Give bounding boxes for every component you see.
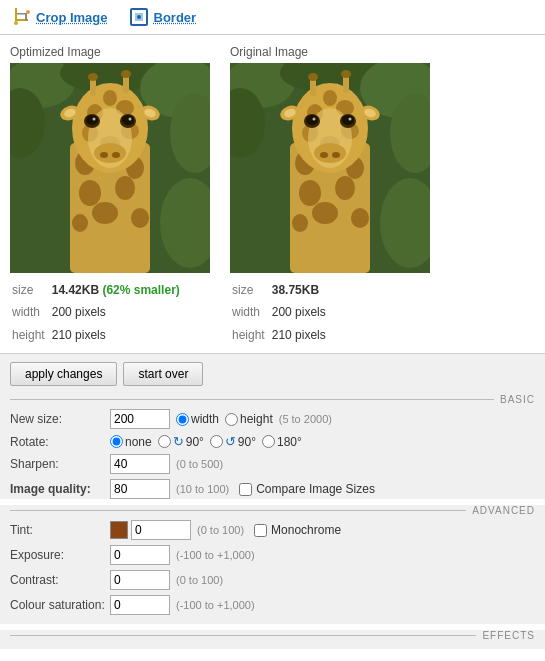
tint-row: Tint: (0 to 100) Monochrome <box>10 520 535 540</box>
orig-height-label: height <box>232 325 270 345</box>
svg-point-39 <box>86 115 98 125</box>
border-label: Border <box>154 10 197 25</box>
svg-point-87 <box>320 152 328 158</box>
orig-size-value: 38.75KB <box>272 283 319 297</box>
svg-rect-3 <box>17 13 27 15</box>
svg-point-8 <box>137 15 141 19</box>
size-hint: (5 to 2000) <box>279 413 332 425</box>
svg-point-81 <box>306 115 318 125</box>
contrast-input[interactable] <box>110 570 170 590</box>
rotate-ccw-label[interactable]: ↺ 90° <box>210 434 256 449</box>
opt-size-label: size <box>12 280 50 300</box>
orig-size-label: size <box>232 280 270 300</box>
new-size-input[interactable] <box>110 409 170 429</box>
opt-width-label: width <box>12 302 50 322</box>
svg-point-44 <box>94 143 126 163</box>
advanced-divider: ADVANCED <box>10 505 535 516</box>
height-radio-group: height <box>225 412 273 426</box>
orig-width-value: 200 pixels <box>272 302 326 322</box>
exposure-row: Exposure: (-100 to +1,000) <box>10 545 535 565</box>
svg-point-24 <box>72 214 88 232</box>
svg-point-64 <box>335 176 355 200</box>
rotate-cw-radio[interactable] <box>158 435 171 448</box>
width-radio[interactable] <box>176 413 189 426</box>
width-radio-label[interactable]: width <box>176 412 219 426</box>
effects-divider: EFFECTS <box>10 630 535 641</box>
compare-checkbox[interactable] <box>239 483 252 496</box>
border-tab[interactable]: Border <box>128 6 197 28</box>
tint-swatch[interactable] <box>110 521 128 539</box>
opt-size-reduction: (62% smaller) <box>102 283 179 297</box>
effects-section: EFFECTS <box>0 630 545 649</box>
svg-point-77 <box>308 73 318 81</box>
svg-point-67 <box>351 208 369 228</box>
sharpen-label: Sharpen: <box>10 457 110 471</box>
tint-label: Tint: <box>10 523 110 537</box>
saturation-label: Colour saturation: <box>10 598 110 612</box>
rotate-label: Rotate: <box>10 435 110 449</box>
exposure-label: Exposure: <box>10 548 110 562</box>
toolbar: Crop Image Border <box>0 0 545 35</box>
svg-point-40 <box>93 118 96 121</box>
rotate-ccw-icon: ↺ <box>225 434 236 449</box>
optimized-image-block: Optimized Image <box>10 45 210 347</box>
start-over-button[interactable]: start over <box>123 362 203 386</box>
svg-point-35 <box>88 73 98 81</box>
svg-point-43 <box>129 118 132 121</box>
monochrome-label: Monochrome <box>271 523 341 537</box>
monochrome-row: Monochrome <box>254 523 341 537</box>
compare-label: Compare Image Sizes <box>256 482 375 496</box>
exposure-input[interactable] <box>110 545 170 565</box>
tint-input[interactable] <box>131 520 191 540</box>
opt-height-label: height <box>12 325 50 345</box>
basic-divider: BASIC <box>10 394 535 405</box>
sharpen-input[interactable] <box>110 454 170 474</box>
monochrome-checkbox[interactable] <box>254 524 267 537</box>
rotate-cw-label[interactable]: ↻ 90° <box>158 434 204 449</box>
contrast-hint: (0 to 100) <box>176 574 223 586</box>
height-radio-text: height <box>240 412 273 426</box>
height-radio-label[interactable]: height <box>225 412 273 426</box>
original-label: Original Image <box>230 45 430 59</box>
advanced-section-label: ADVANCED <box>466 505 535 516</box>
apply-changes-button[interactable]: apply changes <box>10 362 117 386</box>
border-icon <box>128 6 150 28</box>
rotate-ccw-radio[interactable] <box>210 435 223 448</box>
contrast-row: Contrast: (0 to 100) <box>10 570 535 590</box>
saturation-input[interactable] <box>110 595 170 615</box>
opt-height-value: 210 pixels <box>52 325 180 345</box>
svg-point-71 <box>323 90 337 106</box>
quality-input[interactable] <box>110 479 170 499</box>
saturation-hint: (-100 to +1,000) <box>176 599 255 611</box>
rotate-180-radio[interactable] <box>262 435 275 448</box>
crop-icon <box>10 6 32 28</box>
width-radio-text: width <box>191 412 219 426</box>
rotate-ccw-text: 90° <box>238 435 256 449</box>
svg-point-5 <box>26 10 30 14</box>
original-info: size 38.75KB width 200 pixels height 210… <box>230 278 430 347</box>
rotate-180-label[interactable]: 180° <box>262 435 302 449</box>
optimized-image <box>10 63 210 273</box>
svg-point-21 <box>79 180 101 206</box>
new-size-label: New size: <box>10 412 110 426</box>
rotate-none-radio[interactable] <box>110 435 123 448</box>
crop-image-tab[interactable]: Crop Image <box>10 6 108 28</box>
effects-section-label: EFFECTS <box>476 630 535 641</box>
rotate-cw-text: 90° <box>186 435 204 449</box>
svg-point-66 <box>292 214 308 232</box>
svg-point-88 <box>332 152 340 158</box>
svg-point-65 <box>312 202 338 224</box>
rotate-cw-icon: ↻ <box>173 434 184 449</box>
width-radio-group: width <box>176 412 219 426</box>
height-radio[interactable] <box>225 413 238 426</box>
svg-point-84 <box>342 115 354 125</box>
svg-point-82 <box>313 118 316 121</box>
images-section: Optimized Image <box>0 35 545 353</box>
orig-height-value: 210 pixels <box>272 325 326 345</box>
svg-point-25 <box>131 208 149 228</box>
svg-point-22 <box>115 176 135 200</box>
rotate-none-label[interactable]: none <box>110 435 152 449</box>
original-image-block: Original Image <box>230 45 430 347</box>
tint-hint: (0 to 100) <box>197 524 244 536</box>
basic-section-label: BASIC <box>494 394 535 405</box>
